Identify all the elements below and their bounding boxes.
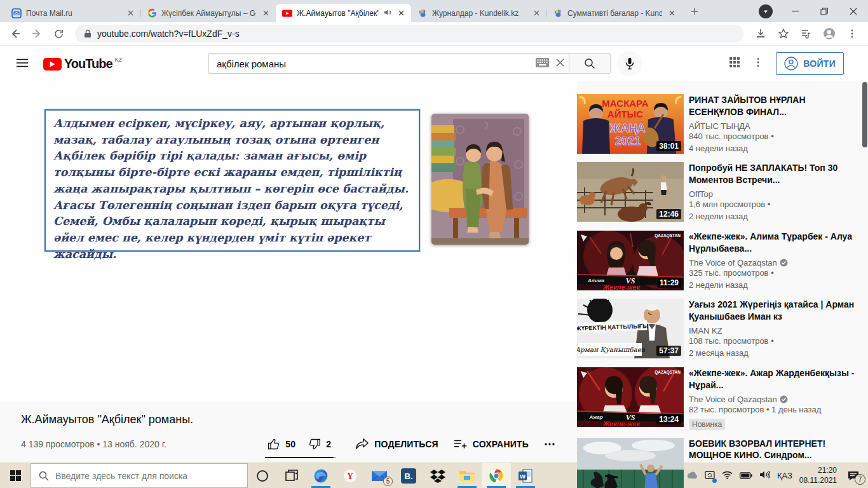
browser-update-badge[interactable] xyxy=(751,0,780,22)
channel-name[interactable]: The Voice of Qazaqstan xyxy=(689,395,777,404)
taskbar-search-icon xyxy=(39,471,49,481)
video-age: 2 месяца назад xyxy=(689,348,855,360)
video-actions: 50 2 ПОДЕЛИТЬСЯ xyxy=(261,437,562,452)
taskbar-word-icon[interactable]: W xyxy=(511,463,540,488)
like-button[interactable]: 50 xyxy=(261,437,302,452)
video-thumbnail[interactable]: МАСКАРА АЙТЫС ЖАҢА 2021 38:01 xyxy=(577,94,684,154)
scrollbar-handle[interactable] xyxy=(862,82,867,147)
youtube-region-code: KZ xyxy=(115,57,123,63)
browser-menu-icon[interactable] xyxy=(843,24,862,43)
video-title[interactable]: «Жекпе-жек». Алима Тұрарбек - Алуа Нұрлы… xyxy=(689,231,855,255)
media-controls-icon[interactable] xyxy=(797,24,816,43)
keyboard-icon[interactable] xyxy=(536,58,549,70)
tab-audio-icon[interactable] xyxy=(383,8,391,18)
search-button[interactable] xyxy=(569,53,611,74)
tab-close-icon[interactable] xyxy=(531,8,541,18)
tab-title: Журналдар - Kundelik.kz xyxy=(432,9,527,18)
recommended-video-1[interactable]: МАСКАРА АЙТЫС ЖАҢА 2021 38:01 РИНАТ ЗАЙЫ… xyxy=(577,94,862,154)
start-button[interactable] xyxy=(0,463,31,488)
channel-name[interactable]: OffTop xyxy=(689,189,713,199)
save-button[interactable]: СОХРАНИТЬ xyxy=(447,437,535,452)
channel-name[interactable]: АЙТЫС ТЫҢДА xyxy=(689,121,750,131)
video-thumbnail[interactable]: QAZAQSTAN Алима Ал VS Жекпе-жек xyxy=(577,231,684,290)
voice-search-icon[interactable] xyxy=(617,51,642,76)
tab-close-icon[interactable] xyxy=(261,8,271,18)
clear-search-icon[interactable] xyxy=(555,58,565,70)
recommended-video-5[interactable]: QAZAQSTAN Ажар Ну VS Жекпе-жек xyxy=(577,367,862,430)
svg-text:Жекпе-жек: Жекпе-жек xyxy=(602,420,641,427)
video-thumbnail[interactable]: 12:46 xyxy=(577,162,684,222)
taskbar-edge-icon[interactable] xyxy=(306,463,336,488)
page-scrollbar[interactable] xyxy=(862,81,868,463)
guide-menu-icon[interactable] xyxy=(15,56,31,71)
video-player[interactable]: Алдымен есіркеп, мүсіркеу, аяу, артынан … xyxy=(0,81,577,402)
browser-profile-avatar[interactable] xyxy=(820,24,839,43)
restore-button[interactable] xyxy=(810,0,839,22)
video-title[interactable]: Попробуй НЕ ЗАПЛАКАТЬ! Топ 30 Моментов В… xyxy=(689,162,855,186)
channel-name[interactable]: IMAN KZ xyxy=(689,326,722,336)
tab-youtube-active[interactable]: Ж.Аймауытов "Ақбілек" xyxy=(276,4,411,22)
recommended-video-6[interactable]: БОЕВИК ВЗОРВАЛ ИНТЕРНЕТ! МОЩНОЕ КИНО. Си… xyxy=(577,438,862,488)
recommended-video-4[interactable]: ЖҮРЕКТІҢ ҚАТТЫЛЫҒЫ Арман Қуанышбаев 57:3… xyxy=(577,299,862,359)
video-thumbnail[interactable]: ЖҮРЕКТІҢ ҚАТТЫЛЫҒЫ Арман Қуанышбаев 57:3… xyxy=(577,299,684,358)
sync-status-icon[interactable] xyxy=(705,470,715,482)
youtube-logo-icon xyxy=(43,58,62,71)
taskbar-bitrix-icon[interactable]: B. xyxy=(394,463,423,488)
video-title[interactable]: Уағыз 2021 Жүрегіңіз қатайса | Арман Қуа… xyxy=(689,299,855,323)
tab-close-icon[interactable] xyxy=(396,8,406,18)
video-age: 2 недели назад xyxy=(689,211,855,223)
verified-badge-icon xyxy=(780,259,788,267)
close-window-button[interactable] xyxy=(839,0,868,22)
google-favicon xyxy=(147,8,157,18)
signin-button[interactable]: ВОЙТИ xyxy=(776,52,844,75)
tab-title: Ж.Аймауытов "Ақбілек" xyxy=(297,9,379,18)
tab-close-icon[interactable] xyxy=(125,8,135,18)
address-bar[interactable]: youtube.com/watch?v=fLUxZdF_v-s xyxy=(75,25,743,43)
recommended-video-3[interactable]: QAZAQSTAN Алима Ал VS Жекпе-жек xyxy=(577,231,862,291)
download-icon[interactable] xyxy=(751,24,770,43)
refresh-button[interactable] xyxy=(50,25,67,43)
share-button[interactable]: ПОДЕЛИТЬСЯ xyxy=(349,437,444,452)
tab-close-icon[interactable] xyxy=(667,8,677,18)
tab-google-search[interactable]: Жүсіпбек Аймауытұлы – Goo xyxy=(140,4,276,22)
new-tab-button[interactable] xyxy=(686,3,703,20)
taskbar-yandex-icon[interactable]: Y xyxy=(336,463,365,488)
back-button[interactable] xyxy=(6,25,24,43)
tab-mail-ru[interactable]: Почта Mail.ru xyxy=(5,4,140,22)
taskbar-mail-icon[interactable]: 5 xyxy=(365,463,394,488)
more-actions-button[interactable] xyxy=(538,437,562,452)
task-view-button[interactable] xyxy=(277,463,306,488)
cortana-button[interactable] xyxy=(248,463,277,488)
taskbar-dropbox-icon[interactable] xyxy=(423,463,452,488)
taskbar-explorer-icon[interactable] xyxy=(452,463,482,488)
tab-kundelik-grades[interactable]: Суммативті бағалар - Kunde xyxy=(546,4,682,22)
tab-kundelik-journals[interactable]: Журналдар - Kundelik.kz xyxy=(411,4,546,22)
youtube-search-box[interactable] xyxy=(208,53,569,74)
forward-button[interactable] xyxy=(28,25,46,43)
svg-text:МАСКАРА: МАСКАРА xyxy=(602,98,648,109)
youtube-logo[interactable]: YouTube KZ xyxy=(43,57,122,71)
tab-title: Жүсіпбек Аймауытұлы – Goo xyxy=(161,9,256,18)
taskbar-search-input[interactable] xyxy=(55,471,220,481)
action-center-button[interactable]: 7 xyxy=(844,471,863,481)
channel-name[interactable]: The Voice of Qazaqstan xyxy=(689,258,777,268)
youtube-settings-menu-icon[interactable] xyxy=(753,57,763,70)
video-title: Ж.Аймауытов "Ақбілек" романы. xyxy=(21,413,562,426)
video-title[interactable]: «Жекпе-жек». Ажар Жарденбекқызы - Нұрай.… xyxy=(689,367,855,391)
video-thumbnail[interactable] xyxy=(577,438,684,488)
mail-unread-badge: 5 xyxy=(383,477,393,486)
taskbar-search[interactable] xyxy=(31,463,248,488)
video-thumbnail[interactable]: QAZAQSTAN Ажар Ну VS Жекпе-жек xyxy=(577,367,684,427)
minimize-button[interactable] xyxy=(780,0,810,22)
video-title[interactable]: РИНАТ ЗАЙЫТОВ НҰРЛАН ЕСЕНҚҰЛОВ ФИНАЛ... xyxy=(689,94,855,118)
youtube-search-input[interactable] xyxy=(217,58,536,69)
bookmark-star-icon[interactable] xyxy=(774,24,793,43)
recommended-video-2[interactable]: 12:46 Попробуй НЕ ЗАПЛАКАТЬ! Топ 30 Моме… xyxy=(577,162,862,222)
dislike-button[interactable]: 2 xyxy=(302,437,337,452)
youtube-apps-icon[interactable] xyxy=(729,57,740,71)
svg-text:2021: 2021 xyxy=(615,135,641,147)
svg-text:Ажар: Ажар xyxy=(588,414,602,420)
taskbar-chrome-icon[interactable] xyxy=(482,463,511,488)
video-title[interactable]: БОЕВИК ВЗОРВАЛ ИНТЕРНЕТ! МОЩНОЕ КИНО. Си… xyxy=(689,438,855,462)
svg-text:QAZAQSTAN: QAZAQSTAN xyxy=(654,370,681,375)
